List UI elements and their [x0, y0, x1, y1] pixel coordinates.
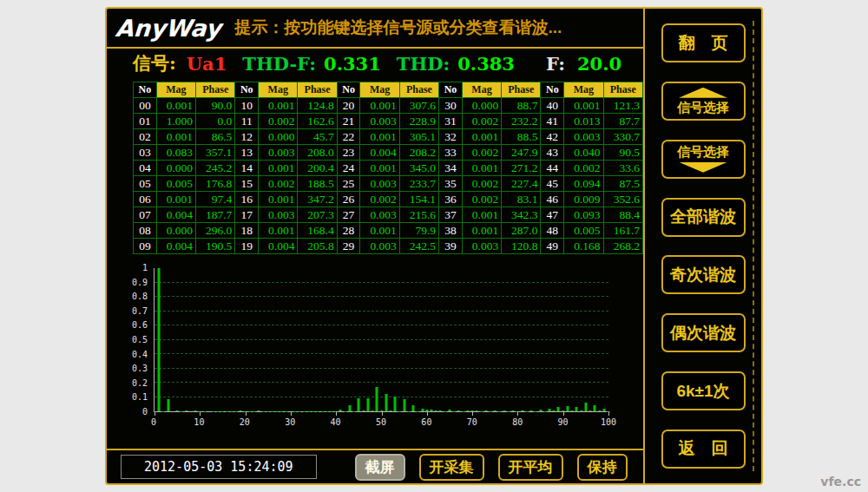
x-tick-mark [246, 411, 247, 416]
cell-mag: 0.083 [156, 145, 195, 161]
cell-phase: 45.7 [298, 129, 337, 145]
cell-phase: 345.0 [399, 161, 438, 176]
cell-phase: 200.4 [298, 161, 337, 176]
chart-bar [466, 410, 469, 411]
chart-bar [539, 410, 542, 411]
cell-no: 18 [235, 223, 259, 239]
chart-plot [154, 268, 608, 412]
statusbar-button-hold[interactable]: 保持 [577, 454, 628, 481]
sidebar-button-back[interactable]: 返 回 [661, 430, 746, 469]
table-row: 060.00197.4160.001347.2260.002154.1360.0… [134, 192, 643, 207]
statusbar: 2012-05-03 15:24:09 截屏开采集开平均保持 [107, 450, 643, 483]
cell-mag: 0.001 [462, 223, 501, 239]
statusbar-button-start-average[interactable]: 开平均 [498, 454, 563, 481]
cell-phase: 271.2 [502, 161, 541, 176]
cell-no: 04 [134, 161, 157, 176]
chart-gridline [155, 339, 608, 340]
cell-phase: 352.6 [603, 192, 643, 207]
cell-phase: 121.3 [603, 98, 643, 114]
thd-label: THD: [397, 53, 450, 75]
sidebar-button-label: 6k±1次 [676, 380, 729, 403]
table-header-no: No [541, 82, 564, 98]
cell-mag: 0.001 [462, 207, 501, 223]
x-tick-label: 90 [558, 417, 569, 427]
cell-mag: 0.002 [564, 161, 603, 176]
table-header-phase: Phase [196, 82, 235, 98]
sidebar-button-label: 奇次谐波 [670, 264, 736, 286]
cell-mag: 0.001 [360, 129, 399, 145]
sidebar-button-signal-select-up[interactable]: 信号选择 [661, 82, 746, 121]
table-row: 020.00186.5120.00045.7220.001305.1320.00… [134, 129, 643, 145]
cell-no: 20 [337, 98, 360, 114]
cell-mag: 0.001 [156, 192, 195, 207]
chart-bar [258, 410, 260, 411]
cell-no: 26 [337, 192, 360, 207]
sidebar-button-page-turn[interactable]: 翻 页 [661, 23, 746, 62]
cell-no: 07 [134, 207, 157, 223]
thd-value: 0.383 [457, 53, 515, 75]
cell-no: 42 [541, 129, 564, 145]
chart-gridline [155, 311, 608, 312]
chart-bar [557, 407, 560, 411]
watermark: vfe.cc [820, 475, 861, 489]
sidebar-button-odd-harmonics[interactable]: 奇次谐波 [661, 255, 746, 294]
cell-phase: 296.0 [196, 223, 235, 239]
chart-bar [185, 410, 187, 411]
table-header-mag: Mag [360, 82, 399, 98]
cell-no: 11 [235, 114, 259, 129]
statusbar-buttons: 截屏开采集开平均保持 [355, 454, 628, 481]
cell-no: 43 [541, 145, 564, 161]
cell-mag: 0.001 [156, 129, 195, 145]
cell-mag: 0.004 [156, 239, 195, 254]
cell-phase: 227.4 [502, 176, 541, 192]
cell-phase: 154.1 [399, 192, 438, 207]
sidebar-button-6k1-harmonics[interactable]: 6k±1次 [661, 371, 746, 410]
table-header-no: No [439, 82, 463, 98]
cell-no: 38 [439, 223, 463, 239]
cell-mag: 0.005 [156, 176, 195, 192]
cell-phase: 232.2 [502, 114, 541, 129]
thdf-value: 0.331 [324, 53, 381, 75]
table-header-mag: Mag [156, 82, 195, 98]
signal-name: Ua1 [187, 53, 227, 75]
cell-mag: 0.001 [462, 129, 501, 145]
chart-bar [571, 410, 574, 411]
cell-no: 28 [337, 223, 360, 239]
chart-gridline [155, 382, 608, 383]
cell-mag: 0.002 [462, 145, 501, 161]
y-tick-label: 0.7 [132, 306, 148, 317]
cell-phase: 307.6 [399, 98, 438, 114]
cell-no: 46 [541, 192, 564, 207]
cell-phase: 79.9 [399, 223, 438, 239]
chart-bar [553, 410, 556, 411]
cell-phase: 90.0 [196, 98, 235, 114]
table-header-phase: Phase [298, 82, 337, 98]
chart-bar [566, 406, 569, 411]
cell-phase: 88.4 [603, 207, 643, 223]
table-header-mag: Mag [564, 82, 603, 98]
cell-no: 09 [134, 239, 157, 254]
x-tick-label: 40 [331, 417, 341, 427]
chart-bar [598, 410, 601, 411]
y-tick-label: 0.5 [132, 335, 148, 345]
main-area: AnyWay 提示：按功能键选择信号源或分类查看谐波... 信号: Ua1 TH… [107, 9, 643, 483]
cell-phase: 207.3 [298, 207, 337, 223]
sidebar-button-all-harmonics[interactable]: 全部谐波 [661, 198, 746, 237]
chart-gridline [155, 296, 608, 297]
statusbar-button-screenshot[interactable]: 截屏 [355, 454, 405, 481]
cell-phase: 215.6 [399, 207, 438, 223]
x-tick-label: 80 [512, 417, 523, 427]
cell-no: 33 [439, 145, 463, 161]
cell-no: 41 [541, 114, 564, 129]
cell-phase: 162.6 [298, 114, 337, 129]
statusbar-button-start-capture[interactable]: 开采集 [419, 454, 484, 481]
cell-mag: 0.004 [259, 239, 298, 254]
sidebar-button-even-harmonics[interactable]: 偶次谐波 [661, 313, 746, 352]
chart-x-axis: 0102030405060708090100 [154, 417, 608, 431]
sidebar-button-signal-select-down[interactable]: 信号选择 [661, 140, 746, 179]
cell-mag: 0.000 [156, 223, 195, 239]
chart-bar [602, 409, 605, 411]
arrow-down-icon [679, 162, 727, 173]
chart-bar [240, 410, 242, 411]
signal-row: 信号: Ua1 THD-F: 0.331 THD: 0.383 F: 20.0 [107, 49, 643, 78]
